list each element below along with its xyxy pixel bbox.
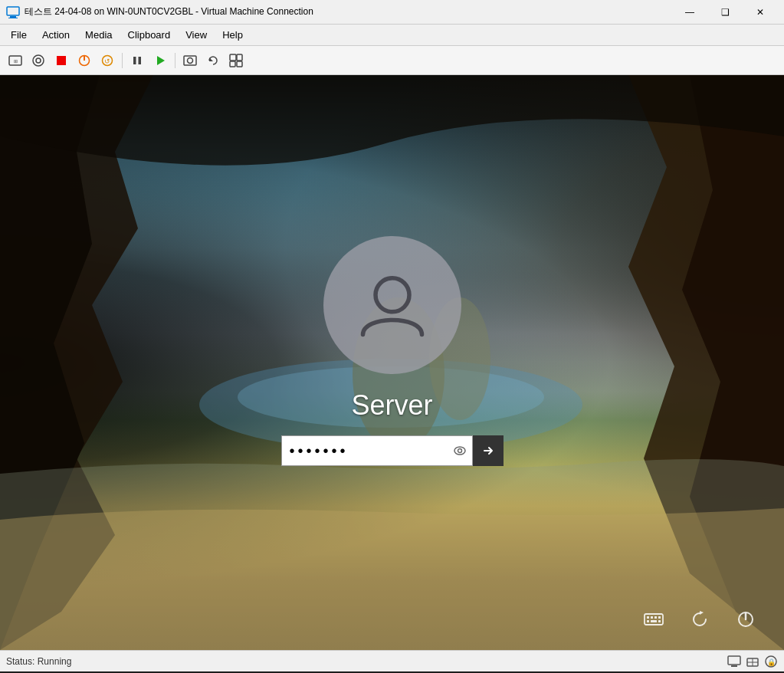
reveal-password-button[interactable]: [451, 442, 469, 460]
reset-button[interactable]: ↺: [97, 50, 118, 71]
svg-rect-0: [7, 7, 19, 15]
user-avatar-icon: [350, 263, 435, 347]
menubar: File Action Media Clipboard View Help: [0, 25, 784, 46]
svg-rect-1: [10, 16, 16, 18]
pause-button[interactable]: [126, 50, 148, 71]
svg-rect-40: [731, 665, 737, 667]
svg-rect-36: [658, 620, 661, 622]
statusbar: Status: Running 🔒: [0, 650, 784, 671]
bottom-icons: [638, 604, 761, 635]
avatar-circle: [323, 236, 461, 374]
svg-rect-20: [230, 61, 235, 67]
titlebar-controls: — ❑ ✕: [672, 0, 778, 25]
vm-icon: [6, 5, 20, 19]
revert-button[interactable]: [202, 50, 224, 71]
menu-file[interactable]: File: [3, 26, 34, 44]
power-icon[interactable]: [730, 604, 761, 635]
network-icon: [746, 655, 759, 668]
password-input[interactable]: [282, 436, 472, 465]
close-button[interactable]: ✕: [743, 0, 778, 25]
titlebar: 테스트 24-04-08 on WIN-0UNT0CV2GBL - Virtua…: [0, 0, 784, 25]
svg-point-26: [376, 278, 409, 312]
titlebar-title: 테스트 24-04-08 on WIN-0UNT0CV2GBL - Virtua…: [25, 5, 313, 18]
vm-screen[interactable]: Server: [0, 75, 784, 650]
svg-rect-12: [133, 57, 136, 64]
svg-rect-30: [647, 616, 649, 619]
svg-rect-13: [139, 57, 142, 64]
menu-action[interactable]: Action: [34, 26, 77, 44]
username-label: Server: [351, 389, 432, 422]
refresh-icon[interactable]: [684, 604, 715, 635]
svg-text:⊞: ⊞: [14, 59, 18, 64]
shutdown-button[interactable]: [74, 50, 95, 71]
svg-rect-21: [237, 61, 242, 67]
minimize-button[interactable]: —: [672, 0, 707, 25]
svg-rect-2: [8, 18, 18, 18]
toolbar: ⊞ ↺: [0, 46, 784, 75]
svg-text:🔒: 🔒: [767, 658, 776, 667]
svg-marker-17: [209, 57, 213, 61]
svg-marker-14: [157, 56, 165, 65]
svg-rect-29: [645, 614, 663, 625]
svg-point-16: [188, 57, 193, 63]
menu-media[interactable]: Media: [77, 26, 120, 44]
stop-button[interactable]: [51, 50, 72, 71]
svg-rect-33: [658, 616, 661, 619]
password-row: [281, 435, 504, 466]
menu-clipboard[interactable]: Clipboard: [120, 26, 179, 44]
play-button[interactable]: [149, 50, 171, 71]
security-icon: 🔒: [764, 655, 778, 668]
submit-password-button[interactable]: [473, 435, 504, 466]
keyboard-icon[interactable]: [638, 604, 669, 635]
svg-point-28: [458, 449, 461, 453]
svg-rect-31: [651, 616, 653, 619]
svg-rect-34: [647, 620, 649, 622]
monitor-icon: [727, 655, 741, 668]
maximize-button[interactable]: ❑: [707, 0, 743, 25]
svg-point-5: [33, 55, 44, 66]
ctrl-alt-del-button[interactable]: ⊞: [5, 50, 26, 71]
svg-point-27: [454, 447, 465, 455]
svg-point-6: [36, 58, 41, 63]
svg-rect-7: [57, 56, 66, 65]
menu-view[interactable]: View: [178, 26, 215, 44]
svg-rect-35: [651, 620, 657, 622]
settings-button[interactable]: [28, 50, 49, 71]
svg-rect-18: [230, 54, 236, 61]
svg-rect-39: [728, 656, 740, 665]
svg-rect-32: [654, 616, 657, 619]
menu-help[interactable]: Help: [215, 26, 251, 44]
svg-rect-19: [237, 54, 242, 61]
password-input-wrapper: [281, 435, 473, 466]
status-text: Status: Running: [6, 656, 71, 667]
screenshot-button[interactable]: [179, 50, 201, 71]
taskbar-right: 🔒: [727, 655, 778, 668]
login-container: Server: [281, 236, 504, 466]
enhanced-button[interactable]: [225, 50, 247, 71]
titlebar-left: 테스트 24-04-08 on WIN-0UNT0CV2GBL - Virtua…: [6, 5, 313, 19]
svg-text:↺: ↺: [104, 57, 110, 65]
